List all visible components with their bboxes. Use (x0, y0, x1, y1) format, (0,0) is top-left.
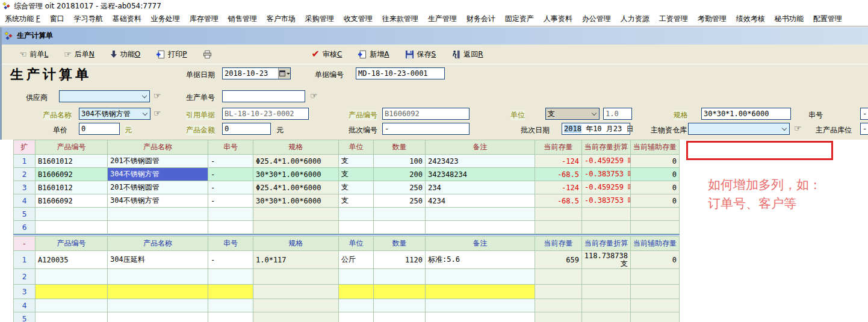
row-number-cell[interactable]: 4 (14, 299, 36, 312)
table-cell[interactable] (108, 312, 208, 322)
table-cell[interactable] (535, 221, 582, 234)
table-cell[interactable] (108, 285, 208, 299)
table-cell[interactable] (36, 269, 108, 285)
warehouse-lookup-hand-icon[interactable]: ☞ (794, 123, 802, 133)
table-cell[interactable]: 201不锈钢圆管 (108, 155, 208, 168)
table-cell[interactable] (253, 269, 339, 285)
supplier-lookup-hand-icon[interactable]: ☞ (153, 91, 161, 101)
table-cell[interactable]: 659 (535, 251, 582, 269)
table-cell[interactable]: 201不锈钢圆管 (108, 181, 208, 194)
table-cell[interactable] (108, 269, 208, 285)
row-number-cell[interactable]: 3 (14, 285, 36, 299)
table-cell[interactable] (339, 299, 374, 312)
table-cell[interactable]: 0 (631, 155, 680, 168)
prod-order-input[interactable] (222, 90, 305, 102)
table-cell[interactable] (582, 312, 631, 322)
table-cell[interactable] (631, 221, 680, 234)
table-cell[interactable] (374, 312, 426, 322)
table-cell[interactable]: 0 (631, 181, 680, 194)
table-cell[interactable] (374, 299, 426, 312)
menu-item[interactable]: 采购管理 (300, 14, 339, 24)
table-cell[interactable] (582, 269, 631, 285)
menu-item[interactable]: 库存管理 (185, 14, 223, 24)
batch-date-field[interactable]: 2018 年10 月23 日 (562, 123, 630, 135)
table-cell[interactable] (631, 312, 680, 322)
table-cell[interactable]: 200 (374, 168, 426, 181)
table-cell[interactable] (36, 299, 108, 312)
table-cell[interactable] (426, 208, 535, 221)
next-doc-button[interactable]: ☞ 后单N (61, 48, 98, 61)
table-cell[interactable]: 支 (339, 181, 374, 194)
row-number-cell[interactable]: 5 (14, 208, 36, 221)
menu-item[interactable]: 配置管理 (808, 14, 847, 24)
menu-item[interactable]: 收支管理 (339, 14, 377, 24)
table-cell[interactable] (253, 299, 339, 312)
table-cell[interactable]: 304不锈钢方管 (108, 168, 208, 181)
table-cell[interactable]: 234 (426, 181, 535, 194)
menu-item[interactable]: 工资管理 (654, 14, 693, 24)
table-cell[interactable]: Φ25.4*1.00*6000 (253, 181, 339, 194)
prev-doc-button[interactable]: ☜ 前单L (16, 48, 51, 61)
unit-factor-input[interactable] (603, 108, 632, 120)
product-lookup-hand-icon[interactable]: ☞ (153, 108, 161, 118)
table-cell[interactable]: B1601012 (36, 181, 108, 194)
main-product-loc-input[interactable] (860, 123, 868, 135)
supplier-combo[interactable] (59, 90, 150, 102)
table-cell[interactable]: 支 (339, 155, 374, 168)
table-cell[interactable]: 342348234 (426, 168, 535, 181)
table-cell[interactable] (253, 312, 339, 322)
table-cell[interactable] (426, 269, 535, 285)
row-number-cell[interactable]: 2 (14, 168, 36, 181)
menu-item[interactable]: 办公管理 (577, 14, 616, 24)
row-number-cell[interactable]: 6 (14, 221, 36, 234)
table-cell[interactable] (374, 285, 426, 299)
menu-item[interactable]: 人事资料 (539, 14, 577, 24)
table-cell[interactable]: 1120 (374, 251, 426, 269)
table-cell[interactable] (426, 312, 535, 322)
table-cell[interactable] (535, 285, 582, 299)
table-cell[interactable] (208, 285, 253, 299)
table-cell[interactable]: Φ25.4*1.00*6000 (253, 155, 339, 168)
menu-item[interactable]: 绩效考核 (731, 14, 770, 24)
calendar-button[interactable] (278, 68, 290, 79)
table-cell[interactable] (208, 312, 253, 322)
table-cell[interactable] (582, 285, 631, 299)
table-cell[interactable]: - (208, 251, 253, 269)
row-number-cell[interactable]: 4 (14, 194, 36, 208)
menu-item[interactable]: 秘书功能 (770, 14, 808, 24)
menu-item[interactable]: 业务处理 (146, 14, 185, 24)
table-cell[interactable] (208, 299, 253, 312)
table-cell[interactable]: -0.459259 吨 (582, 155, 631, 168)
table-cell[interactable]: - (208, 168, 253, 181)
row-number-cell[interactable]: 2 (14, 269, 36, 285)
table-cell[interactable]: 1.0*117 (253, 251, 339, 269)
table-cell[interactable] (374, 269, 426, 285)
doc-date-field[interactable]: 2018-10-23 (222, 67, 291, 79)
table-cell[interactable] (582, 221, 631, 234)
table-cell[interactable]: -0.383753 吨 (582, 194, 631, 208)
menu-item[interactable]: 考勤管理 (693, 14, 731, 24)
table-cell[interactable] (36, 221, 108, 234)
row-number-cell[interactable]: 3 (14, 181, 36, 194)
table-cell[interactable] (208, 269, 253, 285)
table-cell[interactable]: -124 (535, 181, 582, 194)
table-cell[interactable]: 支 (339, 194, 374, 208)
row-number-cell[interactable]: 1 (14, 251, 36, 269)
product-amount-input[interactable] (222, 123, 271, 135)
table-cell[interactable] (582, 299, 631, 312)
table-cell[interactable]: 4234 (426, 194, 535, 208)
table-cell[interactable]: - (208, 155, 253, 168)
table-cell[interactable]: - (208, 181, 253, 194)
table-cell[interactable] (253, 285, 339, 299)
unit-combo[interactable]: 支 (545, 108, 600, 120)
menu-item[interactable]: 财务会计 (462, 14, 500, 24)
table-cell[interactable] (426, 221, 535, 234)
table-cell[interactable] (108, 208, 208, 221)
table-cell[interactable] (36, 312, 108, 322)
table-cell[interactable]: 100 (374, 155, 426, 168)
table-cell[interactable]: B1606092 (36, 194, 108, 208)
menu-item[interactable]: 客户市场 (262, 14, 300, 24)
menu-item[interactable]: 往来款管理 (377, 14, 423, 24)
table-cell[interactable]: A120035 (36, 251, 108, 269)
prod-order-lookup-hand-icon[interactable]: ☞ (310, 91, 318, 101)
